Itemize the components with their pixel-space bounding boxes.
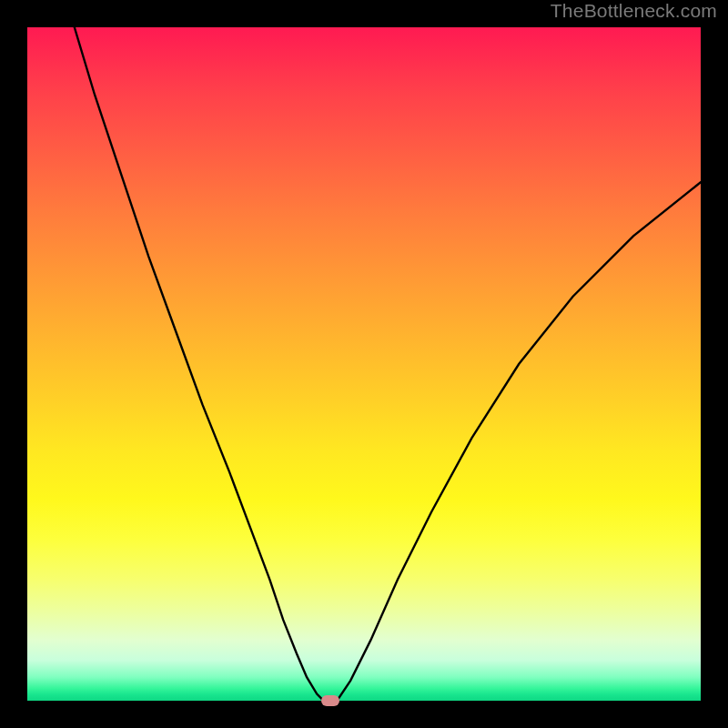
chart-frame: TheBottleneck.com	[0, 0, 728, 728]
watermark: TheBottleneck.com	[551, 0, 717, 22]
bottleneck-curve	[27, 27, 701, 701]
optimum-marker	[321, 695, 339, 706]
curve-path	[75, 27, 701, 701]
plot-area	[27, 27, 701, 701]
